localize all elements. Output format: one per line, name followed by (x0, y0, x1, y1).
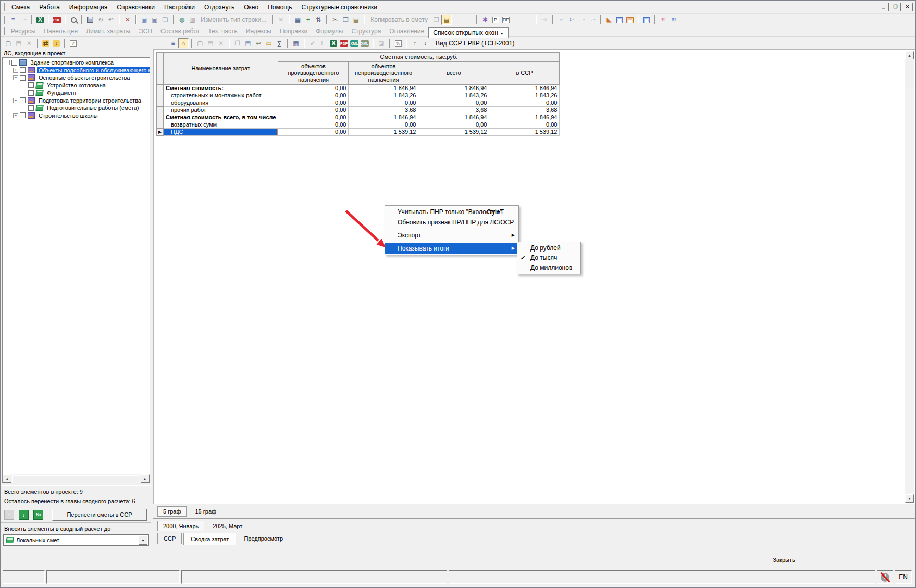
scroll-up-button[interactable]: ▲ (905, 51, 914, 59)
delivery-truck-icon[interactable]: ▣ (641, 15, 652, 25)
folder-exchange-icon[interactable]: ⇄ (41, 38, 51, 48)
exit-row-icon[interactable]: ✕ (122, 15, 133, 25)
minimize-button[interactable]: _ (878, 3, 889, 11)
eraser-icon[interactable]: ◪ (376, 38, 387, 48)
tree-item-7[interactable]: +Строительство школы (3, 112, 150, 120)
new-item-icon[interactable]: ▢ (195, 38, 205, 48)
collapse-toggle[interactable]: − (5, 60, 10, 65)
refresh-icon[interactable]: ↻ (95, 15, 106, 25)
insert-doc-icon[interactable]: + (303, 15, 313, 25)
table-vertical-scrollbar[interactable]: ▲ ▼ (905, 51, 914, 503)
menu-item-update-pr-npr[interactable]: Обновить признак ПР/НПР для ЛС/ОСР (385, 217, 518, 228)
structure-clear-icon[interactable]: ≡✕ (539, 15, 550, 25)
edit-doc-icon[interactable]: ▤ (14, 38, 24, 48)
tree-item-4[interactable]: Фундамент (3, 89, 150, 97)
cell-value[interactable]: 1 846,94 (418, 85, 489, 92)
collapse-toggle[interactable]: − (13, 75, 18, 80)
tree-item-1[interactable]: +Объекты подсобного и обслуживающего наз… (3, 67, 150, 74)
formula-doc-icon[interactable]: F (318, 38, 328, 48)
copy-estimate-icon[interactable]: ❐ (431, 15, 441, 25)
home-icon[interactable]: ⌂ (178, 38, 189, 48)
help-icon[interactable]: ? (68, 38, 78, 48)
list-doc-icon[interactable]: ▤ (243, 38, 253, 48)
row-up-gear-icon[interactable]: ▣ (139, 15, 150, 25)
menu-item-7[interactable]: Помощь (263, 2, 296, 12)
cell-value[interactable]: 1 539,12 (418, 129, 489, 136)
tree-item-5[interactable]: −Подготовка территории строительства (3, 97, 150, 105)
transfer-estimates-button[interactable]: Перенести сметы в ССР (52, 509, 147, 521)
tree-checkbox[interactable] (20, 67, 26, 73)
comment-gear-icon[interactable]: ❑ (160, 15, 170, 25)
tree-checkbox[interactable] (28, 82, 34, 88)
row-selector[interactable] (157, 107, 164, 114)
search-icon[interactable] (68, 15, 79, 25)
tree-checkbox[interactable] (11, 60, 17, 66)
menu-item-pnr-idle[interactable]: Учитывать ПНР только "Вхолостую"Ctrl+T (385, 207, 518, 217)
crane-icon[interactable]: ◣ (604, 15, 614, 25)
cell-value[interactable]: 0,00 (278, 107, 349, 114)
toolbar-panels-grip[interactable] (3, 27, 5, 35)
view-tab-1[interactable]: Сводка затрат (183, 533, 236, 545)
cut-icon[interactable]: ✂ (330, 15, 340, 25)
move-down-button[interactable]: ↓ (19, 510, 29, 520)
cell-value[interactable]: 0,00 (278, 92, 349, 99)
submenu-item-rubles[interactable]: До рублей (517, 243, 580, 253)
graph-tab-1[interactable]: 15 граф (190, 507, 221, 516)
numbering-button[interactable]: № (33, 510, 43, 520)
row-selector[interactable] (157, 99, 164, 107)
row-selector[interactable] (157, 92, 164, 99)
language-indicator[interactable]: EN (895, 570, 912, 584)
cell-value[interactable]: 1 846,94 (489, 85, 560, 92)
level-up-icon[interactable]: ↥≡ (566, 15, 577, 25)
blue-layers-icon[interactable]: ≋ (669, 15, 679, 25)
pink-layers-icon[interactable]: ≋ (658, 15, 669, 25)
expand-toggle[interactable]: + (13, 68, 18, 73)
level-top-icon[interactable]: ↑≡ (556, 15, 566, 25)
pr-doc-icon[interactable]: ПР (501, 15, 511, 25)
save-icon[interactable] (85, 15, 95, 25)
tools-icon[interactable]: ✱ (480, 15, 490, 25)
horizontal-scroll-thumb[interactable] (12, 475, 140, 482)
tree-checkbox[interactable] (28, 90, 34, 96)
tree-item-0[interactable]: −Здание спортивного комплекса (3, 59, 150, 67)
xml-mgz-icon[interactable]: XML (360, 38, 370, 48)
period-tab-1[interactable]: 2025, Март (207, 521, 247, 531)
globe-doc-icon[interactable]: ◍ (177, 15, 187, 25)
calculator-icon[interactable]: ▦ (292, 15, 303, 25)
cell-value[interactable]: 1 539,12 (349, 129, 418, 136)
pdf-icon[interactable]: PDF (52, 15, 62, 25)
expand-toggle[interactable]: + (13, 113, 18, 118)
undo-icon[interactable]: ↶ (106, 15, 116, 25)
delete-x-icon[interactable]: ✕ (276, 15, 286, 25)
copy-params-icon[interactable]: ❐ (232, 38, 243, 48)
structure-icon[interactable]: ≡ (168, 38, 178, 48)
return-doc-icon[interactable]: ↩ (253, 38, 264, 48)
menu-item-2[interactable]: Информация (65, 2, 112, 12)
cell-value[interactable]: 3,68 (349, 107, 418, 114)
delete-doc-icon[interactable]: ✕ (24, 38, 34, 48)
close-button[interactable]: ✕ (902, 3, 913, 11)
cell-value[interactable]: 1 539,12 (489, 129, 560, 136)
calculator2-icon[interactable]: ▦ (291, 38, 301, 48)
shift-right-icon[interactable]: →≡ (587, 15, 598, 25)
edit-item-icon[interactable]: ▤ (205, 38, 216, 48)
restore-button[interactable]: ❐ (890, 3, 901, 11)
menu-item-export[interactable]: Экспорт▶ (385, 230, 518, 241)
link-doc-icon[interactable]: ▥ (187, 15, 197, 25)
copy-icon[interactable]: ❐ (340, 15, 351, 25)
tree-item-3[interactable]: Устройство котлована (3, 82, 150, 90)
row-down-gear-icon[interactable]: ▣ (150, 15, 160, 25)
cell-name[interactable]: возвратных сумм (164, 121, 278, 129)
row-selector[interactable]: ▶ (157, 129, 164, 136)
sigma-doc-icon[interactable]: ∑ (274, 38, 284, 48)
cell-value[interactable]: 1 846,94 (349, 85, 418, 92)
row-selector[interactable] (157, 121, 164, 129)
panel-button-11[interactable]: Список открытых окон▼ (428, 27, 508, 38)
cell-value[interactable]: 0,00 (349, 99, 418, 107)
excel-export-icon[interactable]: X (328, 38, 339, 48)
cell-value[interactable]: 1 843,26 (489, 92, 560, 99)
menu-item-3[interactable]: Справочники (112, 2, 159, 12)
paste-buffer-icon[interactable]: ▤ (441, 15, 452, 25)
menu-item-8[interactable]: Структурные справочники (296, 2, 382, 12)
tree-checkbox[interactable] (20, 112, 26, 118)
